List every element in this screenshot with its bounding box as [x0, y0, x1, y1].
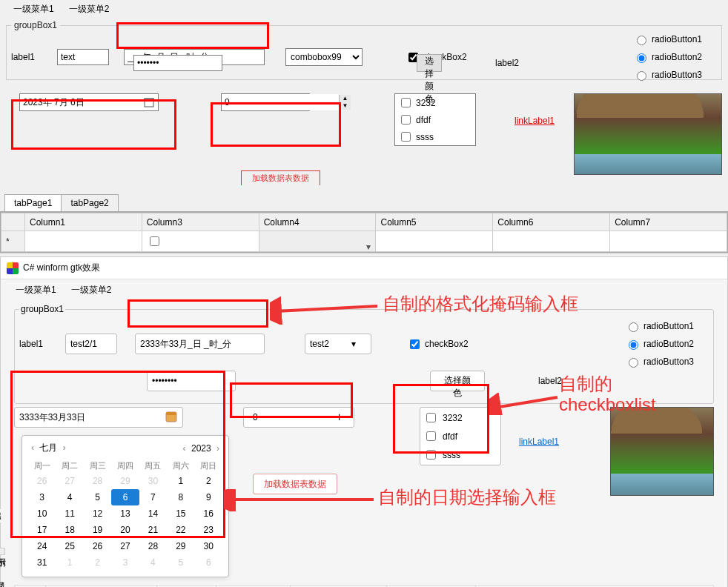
- calendar-day[interactable]: 1: [56, 554, 83, 571]
- calendar-day[interactable]: 2: [84, 554, 111, 571]
- calendar-day[interactable]: 3: [28, 489, 56, 505]
- load-data-button[interactable]: 加载数据表数据: [253, 474, 337, 494]
- choose-color-button[interactable]: 选择颜色: [430, 371, 485, 391]
- calendar-day[interactable]: 19: [84, 522, 111, 538]
- radio2[interactable]: radioButton2: [625, 338, 694, 350]
- checklist-item[interactable]: 3232: [395, 94, 475, 111]
- calendar-popup[interactable]: ‹ 七月 › ‹ 2023 › 周一周二周三周四周五周六周日2627282930…: [21, 435, 229, 577]
- data-grid[interactable]: Column1 Column3 Column4 Column5 Column6 …: [0, 212, 728, 253]
- menu-item-2[interactable]: 一级菜单2: [71, 284, 112, 296]
- grid-checkbox[interactable]: [150, 236, 159, 246]
- next-month-button[interactable]: ›: [60, 442, 69, 453]
- checkbox-list[interactable]: 3232 dfdf ssss: [394, 93, 476, 146]
- password-input[interactable]: [147, 371, 236, 391]
- text-input[interactable]: [57, 49, 109, 65]
- calendar-day[interactable]: 31: [28, 554, 56, 571]
- spin-up-button[interactable]: +: [328, 408, 349, 427]
- tab-page2[interactable]: tabPage2: [61, 194, 118, 211]
- date-picker[interactable]: 3333年33月33日: [14, 407, 183, 428]
- calendar-day[interactable]: 27: [56, 473, 83, 489]
- combobox[interactable]: test2▾: [305, 334, 371, 354]
- spin-down-button[interactable]: −: [308, 408, 328, 427]
- calendar-icon: [165, 410, 178, 425]
- calendar-day[interactable]: 22: [167, 522, 194, 538]
- calendar-day[interactable]: 9: [195, 489, 222, 505]
- numeric-spinner[interactable]: ▲ ▼: [221, 93, 310, 111]
- calendar-day[interactable]: 28: [84, 473, 111, 489]
- calendar-day[interactable]: 4: [139, 554, 167, 571]
- tab-page1[interactable]: tabPage1: [4, 194, 62, 211]
- load-data-button[interactable]: 加载数据表数据: [241, 170, 320, 185]
- prev-month-button[interactable]: ‹: [28, 442, 37, 453]
- next-year-button[interactable]: ›: [214, 443, 222, 454]
- prev-year-button[interactable]: ‹: [180, 443, 189, 454]
- calendar-day[interactable]: 6: [111, 489, 139, 505]
- checkbox2[interactable]: checkBox2: [407, 337, 469, 351]
- spin-down-button[interactable]: ▼: [339, 102, 351, 110]
- calendar-grid[interactable]: 周一周二周三周四周五周六周日26272829301234567891011121…: [28, 459, 222, 571]
- calendar-day[interactable]: 7: [139, 489, 167, 505]
- calendar-day[interactable]: 28: [139, 538, 167, 554]
- radio3[interactable]: radioButton3: [625, 356, 694, 368]
- checkbox-list[interactable]: 3232 dfdf ssss: [420, 407, 501, 465]
- calendar-day[interactable]: 27: [111, 538, 139, 554]
- calendar-day[interactable]: 25: [56, 538, 83, 554]
- calendar-day[interactable]: 21: [139, 522, 167, 538]
- calendar-day[interactable]: 13: [111, 505, 139, 522]
- calendar-day[interactable]: 16: [195, 505, 222, 522]
- radio1[interactable]: radioButton1: [633, 33, 702, 45]
- calendar-day[interactable]: 26: [28, 473, 56, 489]
- password-input[interactable]: [133, 55, 222, 71]
- menu-item-1[interactable]: 一级菜单1: [13, 3, 54, 16]
- link-label[interactable]: linkLabel1: [514, 116, 555, 126]
- radio1[interactable]: radioButton1: [625, 320, 694, 332]
- calendar-day[interactable]: 15: [167, 505, 194, 522]
- top-window-fragment: 一级菜单1 一级菜单2 groupBox1 label1 combobox99 …: [0, 0, 728, 253]
- calendar-day[interactable]: 10: [28, 505, 56, 522]
- choose-color-button[interactable]: 选择颜色: [417, 54, 442, 72]
- checklist-item[interactable]: dfdf: [423, 429, 497, 443]
- menu-item-1[interactable]: 一级菜单1: [16, 284, 56, 296]
- side-button[interactable]: 示例: [0, 548, 5, 555]
- month-label: 七月: [39, 442, 57, 453]
- calendar-day[interactable]: 1: [167, 473, 194, 489]
- radio2[interactable]: radioButton2: [633, 51, 702, 63]
- annotation-checkboxlist: 自制的: [559, 372, 612, 396]
- calendar-day[interactable]: 20: [111, 522, 139, 538]
- calendar-day[interactable]: 5: [167, 554, 194, 571]
- calendar-day[interactable]: 30: [139, 473, 167, 489]
- spin-up-button[interactable]: ▲: [339, 95, 351, 102]
- calendar-day[interactable]: 4: [56, 489, 83, 505]
- calendar-day[interactable]: 23: [195, 522, 222, 538]
- tab-strip: tabPage1 tabPage2: [0, 194, 728, 212]
- masked-input[interactable]: [135, 334, 265, 354]
- calendar-day[interactable]: 24: [28, 538, 56, 554]
- calendar-day[interactable]: 17: [28, 522, 56, 538]
- calendar-day[interactable]: 6: [195, 554, 222, 571]
- calendar-day[interactable]: 2: [195, 473, 222, 489]
- annotation-datepicker: 自制的日期选择输入框: [378, 485, 556, 509]
- numeric-spinner[interactable]: 0 − +: [243, 407, 354, 428]
- calendar-day[interactable]: 5: [84, 489, 111, 505]
- checklist-item[interactable]: ssss: [395, 128, 475, 145]
- checklist-item[interactable]: 3232: [423, 411, 497, 425]
- calendar-day[interactable]: 29: [111, 473, 139, 489]
- radio3[interactable]: radioButton3: [633, 69, 702, 81]
- menu-item-2[interactable]: 一级菜单2: [69, 3, 110, 16]
- calendar-day[interactable]: 14: [139, 505, 167, 522]
- calendar-day[interactable]: 29: [167, 538, 194, 554]
- calendar-day[interactable]: 11: [56, 505, 83, 522]
- text-input[interactable]: [65, 334, 117, 354]
- checklist-item[interactable]: ssss: [423, 448, 497, 462]
- calendar-day[interactable]: 3: [111, 554, 139, 571]
- calendar-day[interactable]: 18: [56, 522, 83, 538]
- calendar-day[interactable]: 30: [195, 538, 222, 554]
- date-picker[interactable]: 2023年 7月 6日: [19, 93, 159, 111]
- calendar-day[interactable]: 8: [167, 489, 194, 505]
- spinner-input[interactable]: [222, 94, 339, 110]
- checklist-item[interactable]: dfdf: [395, 111, 475, 128]
- link-label[interactable]: linkLabel1: [519, 437, 559, 447]
- calendar-day[interactable]: 26: [84, 538, 111, 554]
- dropdown-icon[interactable]: ▾: [366, 242, 371, 252]
- calendar-day[interactable]: 12: [84, 505, 111, 522]
